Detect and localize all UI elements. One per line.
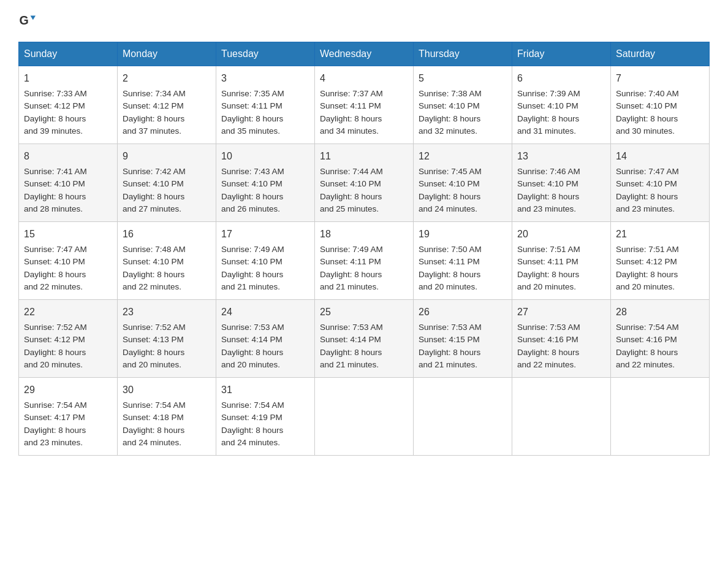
sunset-text: Sunset: 4:10 PM	[24, 257, 85, 266]
sunrise-text: Sunrise: 7:53 AM	[221, 323, 284, 332]
svg-marker-1	[31, 16, 36, 20]
calendar-cell: 9Sunrise: 7:42 AMSunset: 4:10 PMDaylight…	[118, 144, 216, 222]
day-number: 29	[24, 383, 112, 397]
calendar-cell: 8Sunrise: 7:41 AMSunset: 4:10 PMDaylight…	[19, 144, 118, 222]
daylight-text-line2: and 39 minutes.	[24, 126, 83, 136]
daylight-text-line2: and 20 minutes.	[517, 282, 576, 291]
daylight-text-line1: Daylight: 8 hours	[320, 348, 382, 357]
sunrise-text: Sunrise: 7:49 AM	[221, 245, 284, 254]
calendar-cell: 29Sunrise: 7:54 AMSunset: 4:17 PMDayligh…	[19, 378, 118, 456]
day-number: 22	[24, 305, 112, 320]
day-number: 16	[123, 227, 211, 242]
day-number: 18	[320, 227, 408, 242]
calendar-cell: 21Sunrise: 7:51 AMSunset: 4:12 PMDayligh…	[611, 222, 710, 300]
sunrise-text: Sunrise: 7:52 AM	[24, 323, 87, 332]
sunset-text: Sunset: 4:12 PM	[24, 335, 85, 344]
day-number: 9	[123, 149, 211, 164]
sunset-text: Sunset: 4:13 PM	[123, 335, 184, 344]
sunrise-text: Sunrise: 7:44 AM	[320, 167, 383, 176]
calendar-table: SundayMondayTuesdayWednesdayThursdayFrid…	[18, 42, 710, 456]
daylight-text-line1: Daylight: 8 hours	[24, 426, 86, 435]
day-number: 25	[320, 305, 408, 320]
weekday-header-wednesday: Wednesday	[315, 42, 414, 66]
calendar-cell: 16Sunrise: 7:48 AMSunset: 4:10 PMDayligh…	[118, 222, 216, 300]
sunrise-text: Sunrise: 7:46 AM	[517, 167, 580, 176]
daylight-text-line1: Daylight: 8 hours	[320, 192, 382, 201]
calendar-week-row: 22Sunrise: 7:52 AMSunset: 4:12 PMDayligh…	[19, 300, 710, 378]
daylight-text-line2: and 24 minutes.	[419, 204, 477, 213]
calendar-cell: 19Sunrise: 7:50 AMSunset: 4:11 PMDayligh…	[414, 222, 512, 300]
sunrise-text: Sunrise: 7:45 AM	[419, 167, 482, 176]
logo-icon: G	[18, 12, 36, 29]
calendar-cell: 23Sunrise: 7:52 AMSunset: 4:13 PMDayligh…	[118, 300, 216, 378]
calendar-cell: 24Sunrise: 7:53 AMSunset: 4:14 PMDayligh…	[216, 300, 315, 378]
day-number: 27	[517, 305, 605, 320]
day-number: 12	[419, 149, 507, 164]
weekday-header-friday: Friday	[512, 42, 611, 66]
daylight-text-line2: and 25 minutes.	[320, 204, 379, 213]
sunset-text: Sunset: 4:14 PM	[320, 335, 381, 344]
daylight-text-line1: Daylight: 8 hours	[616, 348, 678, 357]
daylight-text-line2: and 22 minutes.	[123, 282, 181, 291]
sunrise-text: Sunrise: 7:53 AM	[320, 323, 383, 332]
weekday-header-row: SundayMondayTuesdayWednesdayThursdayFrid…	[19, 42, 710, 66]
sunrise-text: Sunrise: 7:51 AM	[616, 245, 679, 254]
sunset-text: Sunset: 4:10 PM	[24, 179, 85, 188]
sunrise-text: Sunrise: 7:48 AM	[123, 245, 186, 254]
calendar-cell: 22Sunrise: 7:52 AMSunset: 4:12 PMDayligh…	[19, 300, 118, 378]
page-header: G	[18, 12, 710, 29]
sunset-text: Sunset: 4:16 PM	[517, 335, 578, 344]
sunrise-text: Sunrise: 7:54 AM	[221, 400, 284, 410]
calendar-cell	[414, 378, 512, 456]
sunrise-text: Sunrise: 7:52 AM	[123, 323, 186, 332]
daylight-text-line2: and 37 minutes.	[123, 126, 181, 136]
sunset-text: Sunset: 4:10 PM	[123, 257, 184, 266]
calendar-week-row: 29Sunrise: 7:54 AMSunset: 4:17 PMDayligh…	[19, 378, 710, 456]
daylight-text-line1: Daylight: 8 hours	[419, 114, 480, 123]
sunrise-text: Sunrise: 7:50 AM	[419, 245, 482, 254]
daylight-text-line2: and 21 minutes.	[320, 282, 379, 291]
sunrise-text: Sunrise: 7:35 AM	[221, 89, 284, 98]
sunrise-text: Sunrise: 7:33 AM	[24, 89, 87, 98]
daylight-text-line1: Daylight: 8 hours	[123, 114, 184, 123]
day-number: 17	[221, 227, 309, 242]
daylight-text-line2: and 20 minutes.	[123, 360, 181, 369]
day-number: 1	[24, 71, 112, 86]
sunrise-text: Sunrise: 7:34 AM	[123, 89, 186, 98]
daylight-text-line1: Daylight: 8 hours	[123, 426, 184, 435]
calendar-cell: 7Sunrise: 7:40 AMSunset: 4:10 PMDaylight…	[611, 66, 710, 144]
daylight-text-line2: and 21 minutes.	[221, 282, 280, 291]
daylight-text-line1: Daylight: 8 hours	[123, 270, 184, 279]
sunrise-text: Sunrise: 7:54 AM	[123, 400, 186, 410]
daylight-text-line2: and 35 minutes.	[221, 126, 280, 136]
sunset-text: Sunset: 4:12 PM	[123, 101, 184, 110]
daylight-text-line1: Daylight: 8 hours	[221, 348, 283, 357]
daylight-text-line2: and 34 minutes.	[320, 126, 379, 136]
sunset-text: Sunset: 4:12 PM	[616, 257, 677, 266]
calendar-cell: 30Sunrise: 7:54 AMSunset: 4:18 PMDayligh…	[118, 378, 216, 456]
daylight-text-line2: and 22 minutes.	[517, 360, 576, 369]
calendar-cell	[315, 378, 414, 456]
sunrise-text: Sunrise: 7:54 AM	[24, 400, 87, 410]
sunrise-text: Sunrise: 7:40 AM	[616, 89, 679, 98]
calendar-cell: 17Sunrise: 7:49 AMSunset: 4:10 PMDayligh…	[216, 222, 315, 300]
calendar-cell: 11Sunrise: 7:44 AMSunset: 4:10 PMDayligh…	[315, 144, 414, 222]
daylight-text-line2: and 21 minutes.	[320, 360, 379, 369]
sunrise-text: Sunrise: 7:47 AM	[616, 167, 679, 176]
sunrise-text: Sunrise: 7:54 AM	[616, 323, 679, 332]
sunset-text: Sunset: 4:19 PM	[221, 413, 282, 422]
calendar-cell: 5Sunrise: 7:38 AMSunset: 4:10 PMDaylight…	[414, 66, 512, 144]
sunset-text: Sunset: 4:11 PM	[221, 101, 282, 110]
sunset-text: Sunset: 4:17 PM	[24, 413, 85, 422]
day-number: 15	[24, 227, 112, 242]
sunset-text: Sunset: 4:10 PM	[419, 179, 480, 188]
daylight-text-line1: Daylight: 8 hours	[517, 114, 579, 123]
daylight-text-line1: Daylight: 8 hours	[320, 114, 382, 123]
weekday-header-sunday: Sunday	[19, 42, 118, 66]
calendar-cell: 27Sunrise: 7:53 AMSunset: 4:16 PMDayligh…	[512, 300, 611, 378]
sunrise-text: Sunrise: 7:47 AM	[24, 245, 87, 254]
calendar-cell: 2Sunrise: 7:34 AMSunset: 4:12 PMDaylight…	[118, 66, 216, 144]
sunrise-text: Sunrise: 7:53 AM	[517, 323, 580, 332]
sunset-text: Sunset: 4:10 PM	[616, 101, 677, 110]
calendar-cell: 10Sunrise: 7:43 AMSunset: 4:10 PMDayligh…	[216, 144, 315, 222]
